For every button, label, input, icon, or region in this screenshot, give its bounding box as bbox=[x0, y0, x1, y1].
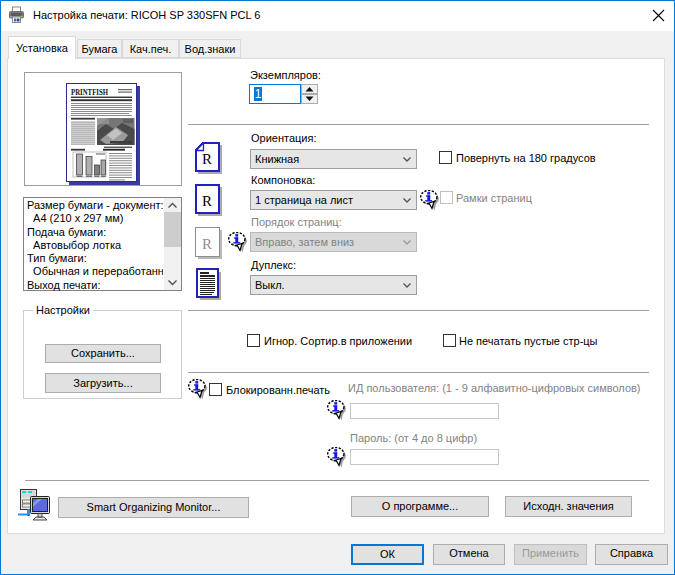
svg-text:PRINTFISH: PRINTFISH bbox=[71, 87, 108, 97]
svg-text:R: R bbox=[202, 151, 212, 167]
svg-text:R: R bbox=[202, 193, 212, 209]
svg-text:R: R bbox=[202, 236, 212, 252]
